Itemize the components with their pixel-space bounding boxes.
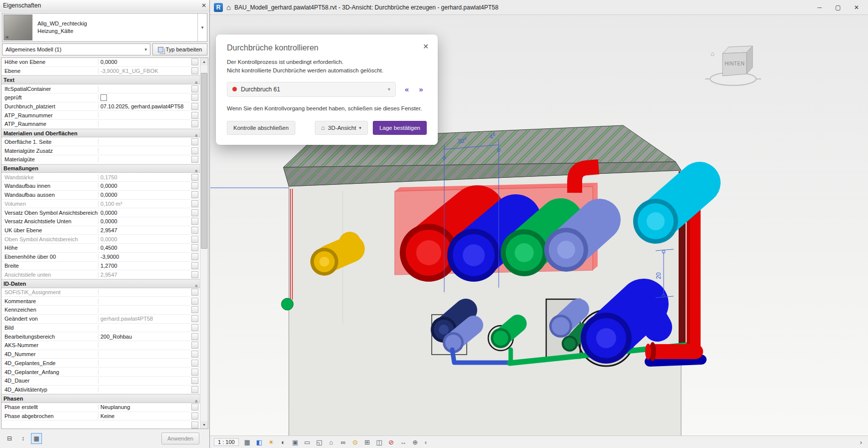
associate-parameter-button[interactable]	[191, 138, 198, 145]
finish-control-button[interactable]: Kontrolle abschließen	[227, 121, 295, 135]
sort-order-icon[interactable]: ↕	[17, 433, 28, 444]
associate-parameter-button[interactable]	[191, 377, 198, 384]
associate-parameter-button[interactable]	[191, 94, 198, 101]
type-selector[interactable]: Ik Allg_WD_rechteckig Heizung_Kälte ▾	[2, 13, 207, 42]
scroll-down-icon[interactable]: ▼	[200, 421, 208, 429]
rendering-dialog-icon[interactable]: ▣	[290, 437, 301, 447]
associate-parameter-button[interactable]	[191, 422, 198, 429]
edit-type-button[interactable]: Typ bearbeiten	[152, 43, 207, 55]
section-collapse-icon[interactable]: »	[193, 395, 199, 403]
property-value[interactable]: 2,9547	[98, 227, 191, 233]
property-value[interactable]: Neuplanung	[98, 404, 191, 410]
3d-viewport[interactable]: 304 46 20 HINTEN ⌂ Durchb	[210, 15, 868, 436]
associate-parameter-button[interactable]	[191, 112, 198, 119]
hide-isolate-icon[interactable]: ∞	[338, 437, 349, 447]
sun-path-icon[interactable]: ☀	[266, 437, 277, 447]
maximize-button[interactable]: ▢	[831, 4, 846, 11]
crop-view-icon[interactable]: ▭	[302, 437, 313, 447]
statusbar-expand-icon[interactable]: ›	[858, 439, 864, 446]
property-section-header[interactable]: ID-Daten»	[1, 279, 200, 288]
confirm-position-button[interactable]: Lage bestätigen	[373, 121, 427, 135]
property-value[interactable]: -3,9000_K1_UG_FBOK	[98, 68, 191, 74]
associate-parameter-button[interactable]	[191, 85, 198, 92]
associate-parameter-button[interactable]	[191, 200, 198, 207]
property-value[interactable]: 0,0000	[98, 192, 191, 198]
property-value[interactable]: 1,2700	[98, 263, 191, 269]
pipe-darkblue-run[interactable]	[650, 360, 702, 362]
filter-dropdown[interactable]: Allgemeines Modell (1) ▾	[2, 43, 150, 55]
property-value[interactable]: 0,100 m³	[98, 201, 191, 207]
associate-parameter-button[interactable]	[191, 182, 198, 189]
apply-button[interactable]: Anwenden	[161, 433, 199, 445]
associate-parameter-button[interactable]	[191, 120, 198, 127]
associate-parameter-button[interactable]	[191, 404, 198, 411]
associate-parameter-button[interactable]	[191, 244, 198, 251]
associate-parameter-button[interactable]	[191, 236, 198, 243]
property-value[interactable]: 200_Rohbau	[98, 334, 191, 340]
section-collapse-icon[interactable]: »	[193, 129, 199, 137]
associate-parameter-button[interactable]	[191, 298, 198, 305]
property-section-header[interactable]: Bemaßungen»	[1, 164, 200, 173]
property-value[interactable]: 0,1750	[98, 174, 191, 180]
reveal-hidden-icon[interactable]: ⊙	[350, 437, 361, 447]
pipe-stub-green[interactable]	[281, 298, 293, 310]
associate-parameter-button[interactable]	[191, 342, 198, 349]
editable-only-filter-icon[interactable]: ⊟	[4, 433, 15, 444]
section-collapse-icon[interactable]: »	[193, 164, 199, 172]
associate-parameter-button[interactable]	[191, 147, 198, 154]
associate-parameter-button[interactable]	[191, 67, 198, 74]
associate-parameter-button[interactable]	[191, 58, 198, 65]
associate-parameter-button[interactable]	[191, 271, 198, 278]
property-value[interactable]	[98, 94, 191, 101]
property-value[interactable]: 0,0000	[98, 236, 191, 242]
home-icon[interactable]: ⌂	[226, 3, 231, 11]
next-button[interactable]: »	[419, 85, 423, 93]
worksharing-display-icon[interactable]: ⊞	[362, 437, 373, 447]
associate-parameter-button[interactable]	[191, 156, 198, 163]
visual-style-icon[interactable]: ◧	[254, 437, 265, 447]
view-cube[interactable]: HINTEN ⌂	[705, 46, 761, 85]
associate-parameter-button[interactable]	[191, 324, 198, 331]
property-value[interactable]: -3,9000	[98, 254, 191, 260]
associate-parameter-button[interactable]	[191, 413, 198, 420]
associate-parameter-button[interactable]	[191, 351, 198, 358]
scrollbar-thumb[interactable]	[201, 73, 207, 249]
associate-parameter-button[interactable]	[191, 227, 198, 234]
section-collapse-icon[interactable]: »	[193, 280, 199, 288]
associate-parameter-button[interactable]	[191, 306, 198, 313]
associate-parameter-button[interactable]	[191, 289, 198, 296]
checkbox[interactable]	[100, 94, 107, 101]
close-icon[interactable]: ✕	[423, 42, 429, 50]
property-value[interactable]: Keine	[98, 413, 191, 419]
associate-parameter-button[interactable]	[191, 333, 198, 340]
property-value[interactable]: 2,9547	[98, 272, 191, 278]
section-collapse-icon[interactable]: »	[193, 76, 199, 84]
associate-parameter-button[interactable]	[191, 369, 198, 376]
analytical-model-icon[interactable]: ⊘	[386, 437, 397, 447]
property-value[interactable]: 07.10.2025, gerhard.pawlat4PT58	[98, 103, 191, 109]
scale-control[interactable]: 1 : 100	[214, 438, 239, 446]
associate-parameter-button[interactable]	[191, 103, 198, 110]
property-section-header[interactable]: Phasen»	[1, 394, 200, 403]
lock-3d-view-icon[interactable]: ⌂	[326, 437, 337, 447]
property-value[interactable]: gerhard.pawlat4PT58	[98, 316, 191, 322]
type-selector-dropdown[interactable]: ▾	[197, 13, 207, 41]
property-value[interactable]: 0,0000	[98, 59, 191, 65]
toolbar-collapse-icon[interactable]: ‹	[422, 439, 430, 446]
minimize-button[interactable]: ─	[812, 4, 827, 11]
scroll-up-icon[interactable]: ▲	[200, 58, 208, 65]
properties-panel-header[interactable]: Eigenschaften ✕	[0, 0, 209, 11]
3d-view-button[interactable]: ⌂ 3D-Ansicht ▾	[315, 121, 368, 135]
detail-level-icon[interactable]: ▦	[242, 437, 253, 447]
close-icon[interactable]: ✕	[201, 2, 206, 9]
associate-parameter-button[interactable]	[191, 174, 198, 181]
associate-parameter-button[interactable]	[191, 386, 198, 393]
crop-region-icon[interactable]: ◱	[314, 437, 325, 447]
previous-button[interactable]: «	[405, 85, 409, 93]
property-value[interactable]: 0,0000	[98, 210, 191, 216]
reveal-constraints-icon[interactable]: ⊕	[410, 437, 421, 447]
displacement-sets-icon[interactable]: ↔	[398, 437, 409, 447]
associate-parameter-button[interactable]	[191, 218, 198, 225]
scrollbar[interactable]: ▲ ▼	[200, 58, 208, 429]
property-value[interactable]: 0,0000	[98, 218, 191, 224]
